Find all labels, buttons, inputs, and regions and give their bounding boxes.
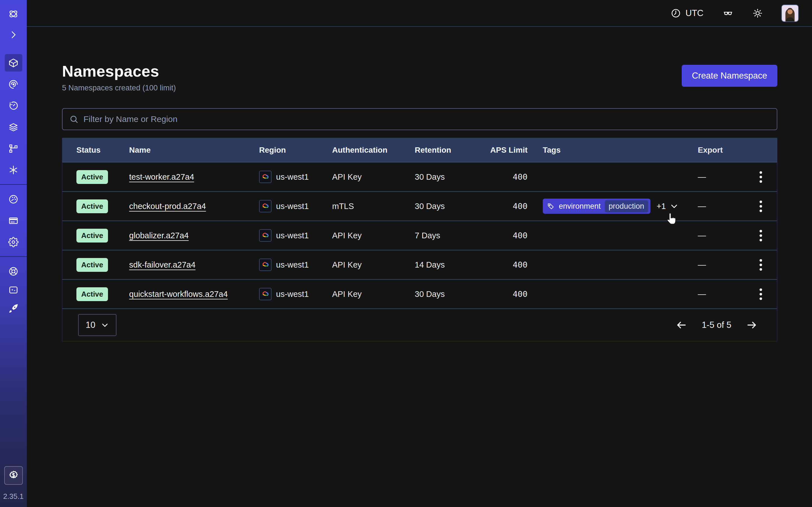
col-region: Region	[259, 146, 332, 155]
region-label: us-west1	[276, 260, 309, 270]
nexus-branch-icon	[8, 144, 18, 154]
kebab-menu-icon[interactable]	[757, 256, 765, 274]
timezone-selector[interactable]: UTC	[671, 8, 703, 18]
col-export: Export	[694, 146, 745, 155]
table-row: Active test-worker.a27a4 us-west1 API Ke…	[62, 162, 777, 191]
schedules-timer-icon	[8, 101, 18, 111]
region-label: us-west1	[276, 231, 309, 240]
sidebar-divider	[0, 256, 27, 257]
col-tags: Tags	[529, 146, 694, 155]
batch-asterisk-icon	[8, 165, 18, 175]
aps-value: 400	[471, 172, 529, 182]
auth-value: API Key	[332, 231, 415, 240]
app-version: 2.35.1	[3, 492, 23, 501]
glasses-icon[interactable]	[722, 8, 734, 18]
col-name: Name	[129, 146, 259, 155]
retention-value: 30 Days	[415, 172, 471, 182]
col-status: Status	[62, 146, 129, 155]
aps-value: 400	[471, 260, 529, 270]
retention-value: 14 Days	[415, 260, 471, 270]
create-namespace-button[interactable]: Create Namespace	[682, 65, 777, 87]
namespace-link[interactable]: globalizer.a27a4	[129, 231, 189, 240]
auth-value: API Key	[332, 172, 415, 182]
table-row: Active checkout-prod.a27a4 us-west1 mTLS…	[62, 191, 777, 221]
gcp-cloud-icon	[259, 259, 271, 271]
export-value: —	[694, 290, 745, 299]
chevron-down-icon	[101, 321, 109, 329]
tags-cell: environment production +1	[529, 199, 694, 214]
retention-value: 7 Days	[415, 231, 471, 240]
page-size-value: 10	[86, 320, 95, 330]
export-value: —	[694, 231, 745, 240]
sidebar-item-deployments[interactable]	[5, 118, 22, 136]
table-row: Active quickstart-workflows.a27a4 us-wes…	[62, 279, 777, 308]
sidebar-item-namespaces[interactable]	[5, 54, 22, 71]
sidebar-nav: 2.35.1	[0, 0, 27, 507]
sidebar-item-support[interactable]	[5, 263, 22, 280]
namespace-link[interactable]: sdk-failover.a27a4	[129, 260, 195, 269]
status-badge: Active	[77, 170, 108, 184]
getting-started-rocket-icon	[8, 303, 18, 314]
aps-value: 400	[471, 231, 529, 240]
tag-icon	[547, 203, 555, 210]
namespace-link[interactable]: checkout-prod.a27a4	[129, 202, 206, 211]
gcp-cloud-icon	[259, 171, 271, 183]
gcp-cloud-icon	[259, 229, 271, 242]
sidebar-item-settings[interactable]	[5, 233, 22, 251]
aps-value: 400	[471, 202, 529, 211]
tag-key: environment	[559, 202, 601, 211]
col-aps-limit: APS Limit	[471, 146, 529, 155]
region-label: us-west1	[276, 290, 309, 299]
retention-value: 30 Days	[415, 202, 471, 211]
filter-input[interactable]	[84, 114, 770, 124]
table-header-row: Status Name Region Authentication Retent…	[62, 138, 777, 162]
sidebar-item-schedules[interactable]	[5, 97, 22, 114]
sidebar-item-nexus[interactable]	[5, 140, 22, 157]
chevron-down-icon	[670, 202, 678, 210]
region-label: us-west1	[276, 172, 309, 182]
table-row: Active globalizer.a27a4 us-west1 API Key…	[62, 221, 777, 250]
kebab-menu-icon[interactable]	[757, 198, 765, 215]
region-label: us-west1	[276, 202, 309, 211]
sidebar-item-usage[interactable]	[5, 190, 22, 208]
kebab-menu-icon[interactable]	[757, 286, 765, 303]
prev-page-button[interactable]	[676, 320, 687, 331]
page-title: Namespaces	[62, 62, 176, 80]
pagination-range: 1-5 of 5	[702, 320, 731, 330]
tags-more-count: +1	[657, 202, 666, 211]
next-page-button[interactable]	[746, 320, 757, 331]
page-size-select[interactable]: 10	[78, 314, 116, 336]
tag-pill[interactable]: environment production	[543, 199, 651, 214]
topbar: UTC	[27, 0, 812, 27]
sidebar-item-getting-started[interactable]	[5, 300, 22, 317]
col-retention: Retention	[415, 146, 471, 155]
pricing-dollar-badge-icon[interactable]	[4, 466, 23, 485]
sidebar-item-batch[interactable]	[5, 161, 22, 179]
table-row: Active sdk-failover.a27a4 us-west1 API K…	[62, 250, 777, 279]
export-value: —	[694, 202, 745, 211]
namespaces-cube-icon	[8, 58, 18, 68]
namespaces-table: Status Name Region Authentication Retent…	[62, 138, 777, 341]
kebab-menu-icon[interactable]	[757, 168, 765, 186]
expand-chevron-icon[interactable]	[5, 26, 22, 43]
tags-expand-button[interactable]: +1	[657, 202, 678, 211]
search-icon	[69, 115, 79, 124]
assistant-sparkles-icon	[8, 285, 18, 295]
auth-value: API Key	[332, 290, 415, 299]
page-subtitle: 5 Namespaces created (100 limit)	[62, 83, 176, 93]
user-avatar[interactable]	[781, 4, 799, 22]
sidebar-divider	[0, 184, 27, 185]
sidebar-item-assistant[interactable]	[5, 281, 22, 298]
temporal-logo[interactable]	[5, 5, 22, 22]
filter-bar	[62, 108, 777, 130]
aps-value: 400	[471, 289, 529, 299]
kebab-menu-icon[interactable]	[757, 227, 765, 244]
status-badge: Active	[77, 287, 108, 301]
usage-gauge-icon	[8, 194, 18, 205]
sun-theme-icon[interactable]	[753, 8, 763, 18]
sidebar-item-billing[interactable]	[5, 212, 22, 229]
namespace-link[interactable]: quickstart-workflows.a27a4	[129, 290, 228, 298]
sidebar-item-workflows[interactable]	[5, 75, 22, 93]
billing-card-icon	[8, 216, 18, 226]
namespace-link[interactable]: test-worker.a27a4	[129, 172, 194, 181]
